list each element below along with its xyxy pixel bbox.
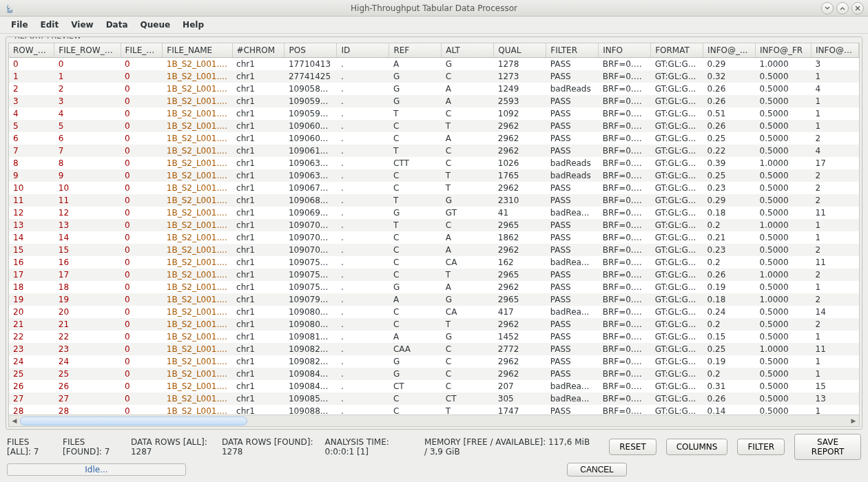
table-row[interactable]: 141401B_S2_L001....chr1109070....CA1862P… xyxy=(9,231,859,244)
table-row[interactable]: 7701B_S2_L001....chr1109061....TC2962PAS… xyxy=(9,145,859,157)
cell: C xyxy=(442,107,494,120)
column-header[interactable]: #CHROM xyxy=(232,43,285,58)
cell: BRF=0.2... xyxy=(599,306,651,318)
table-row[interactable]: 121201B_S2_L001....chr1109069....GGT41ba… xyxy=(9,207,859,219)
cell: 0.5000 xyxy=(756,145,812,157)
table-row[interactable]: 202001B_S2_L001....chr1109080....CCA417b… xyxy=(9,306,859,318)
cell: 17710413 xyxy=(285,58,337,71)
cell: 23 xyxy=(54,343,121,355)
column-header[interactable]: QUAL xyxy=(494,43,546,58)
table-scroll-vertical[interactable]: ROW_NOFILE_ROW_NOFILE_NOFILE_NAME#CHROMP… xyxy=(9,43,859,415)
table-row[interactable]: 161601B_S2_L001....chr1109075....CCA162b… xyxy=(9,256,859,269)
cell: chr1 xyxy=(232,58,285,71)
save-report-button[interactable]: SAVE REPORT xyxy=(794,434,861,460)
table-row[interactable]: 6601B_S2_L001....chr1109060....CA2962PAS… xyxy=(9,132,859,145)
table-row[interactable]: 1101B_S2_L001....chr127741425.GC1273PASS… xyxy=(9,70,859,83)
cell: 0.22 xyxy=(703,145,756,157)
cell: G xyxy=(442,331,494,343)
table-row[interactable]: 3301B_S2_L001....chr1109059....GA2593PAS… xyxy=(9,95,859,107)
column-header[interactable]: POS xyxy=(285,43,337,58)
column-header[interactable]: INFO xyxy=(599,43,651,58)
cell: PASS xyxy=(546,331,599,343)
cell: 1B_S2_L001.... xyxy=(163,256,232,269)
cell: G xyxy=(389,368,442,380)
cell: BRF=0.2... xyxy=(599,132,651,145)
column-header[interactable]: ALT xyxy=(442,43,494,58)
column-header[interactable]: INFO@_HP xyxy=(812,43,859,58)
cell: CA xyxy=(442,256,494,269)
cell: badReads xyxy=(546,83,599,95)
columns-button[interactable]: COLUMNS xyxy=(666,439,728,455)
horizontal-scrollbar[interactable]: ◀ ▶ xyxy=(9,415,859,426)
cell: A xyxy=(389,293,442,306)
table-row[interactable]: 191901B_S2_L001....chr1109079....AG2965P… xyxy=(9,293,859,306)
cell: 0.23 xyxy=(703,182,756,194)
table-row[interactable]: 151501B_S2_L001....chr1109070....CA2962P… xyxy=(9,244,859,256)
cancel-button[interactable]: CANCEL xyxy=(567,463,627,476)
cell: 2962 xyxy=(494,145,546,157)
cell: 0 xyxy=(121,70,163,83)
cell: chr1 xyxy=(232,219,285,231)
column-header[interactable]: REF xyxy=(389,43,442,58)
table-row[interactable]: 171701B_S2_L001....chr1109075....CT2965P… xyxy=(9,269,859,281)
cell: 0.5000 xyxy=(756,244,812,256)
column-header[interactable]: FORMAT xyxy=(651,43,703,58)
cell: 9 xyxy=(9,169,54,182)
menu-queue[interactable]: Queue xyxy=(135,18,176,32)
table-row[interactable]: 131301B_S2_L001....chr1109070....TC2965P… xyxy=(9,219,859,231)
minimize-button[interactable] xyxy=(821,2,834,14)
table-row[interactable]: 242401B_S2_L001....chr1109082....GC2962P… xyxy=(9,355,859,368)
table-row[interactable]: 212101B_S2_L001....chr1109080....CT2962P… xyxy=(9,318,859,331)
menu-data[interactable]: Data xyxy=(101,18,134,32)
table-row[interactable]: 282801B_S2_L001....chr1109088....CT1747P… xyxy=(9,405,859,415)
close-button[interactable] xyxy=(851,2,864,14)
table-row[interactable]: 262601B_S2_L001....chr1109084....CTC207b… xyxy=(9,380,859,392)
column-header[interactable]: ID xyxy=(337,43,389,58)
menu-file[interactable]: File xyxy=(6,18,34,32)
cell: BRF=0.2... xyxy=(599,368,651,380)
cell: PASS xyxy=(546,132,599,145)
scroll-right-arrow-icon[interactable]: ▶ xyxy=(848,416,859,426)
filter-button[interactable]: FILTER xyxy=(737,439,785,455)
menu-view[interactable]: View xyxy=(65,18,99,32)
column-header[interactable]: FILE_NAME xyxy=(163,43,232,58)
table-row[interactable]: 2201B_S2_L001....chr1109058....GA1249bad… xyxy=(9,83,859,95)
scrollbar-thumb[interactable] xyxy=(20,417,247,426)
cell: 109082... xyxy=(285,343,337,355)
table-row[interactable]: 5501B_S2_L001....chr1109060....CT2962PAS… xyxy=(9,120,859,132)
table-row[interactable]: 181801B_S2_L001....chr1109075....GA2962P… xyxy=(9,281,859,293)
scroll-left-arrow-icon[interactable]: ◀ xyxy=(9,416,20,426)
table-row[interactable]: 8801B_S2_L001....chr1109063....CTTC1026b… xyxy=(9,157,859,169)
cell: 1B_S2_L001.... xyxy=(163,95,232,107)
cell: A xyxy=(389,58,442,71)
cell: 0.5000 xyxy=(756,120,812,132)
cell: C xyxy=(442,157,494,169)
table-row[interactable]: 232301B_S2_L001....chr1109082....CAAC277… xyxy=(9,343,859,355)
cell: PASS xyxy=(546,318,599,331)
column-header[interactable]: FILTER xyxy=(546,43,599,58)
cell: 15 xyxy=(812,380,859,392)
table-row[interactable]: 4401B_S2_L001....chr1109059....TC1092PAS… xyxy=(9,107,859,120)
table-row[interactable]: 111101B_S2_L001....chr1109068....TG2310P… xyxy=(9,194,859,207)
menu-help[interactable]: Help xyxy=(177,18,209,32)
cell: 0.29 xyxy=(703,194,756,207)
table-row[interactable]: 0001B_S2_L001....chr117710413.AG1278PASS… xyxy=(9,58,859,71)
column-header[interactable]: FILE_NO xyxy=(121,43,163,58)
cell: 0 xyxy=(121,392,163,405)
table-row[interactable]: 272701B_S2_L001....chr1109085....CCT305b… xyxy=(9,392,859,405)
column-header[interactable]: INFO@_... xyxy=(703,43,756,58)
maximize-button[interactable] xyxy=(836,2,849,14)
cell: 20 xyxy=(9,306,54,318)
table-row[interactable]: 101001B_S2_L001....chr1109067....CT2962P… xyxy=(9,182,859,194)
column-header[interactable]: FILE_ROW_NO xyxy=(54,43,121,58)
cell: 16 xyxy=(9,256,54,269)
scrollbar-track[interactable] xyxy=(20,416,848,426)
column-header[interactable]: ROW_NO xyxy=(9,43,54,58)
reset-button[interactable]: RESET xyxy=(609,439,656,455)
table-row[interactable]: 252501B_S2_L001....chr1109084....GC2962P… xyxy=(9,368,859,380)
column-header[interactable]: INFO@_FR xyxy=(756,43,812,58)
table-row[interactable]: 9901B_S2_L001....chr1109063....CT1765bad… xyxy=(9,169,859,182)
table-row[interactable]: 222201B_S2_L001....chr1109081....AG1452P… xyxy=(9,331,859,343)
menu-edit[interactable]: Edit xyxy=(35,18,65,32)
cell: 1 xyxy=(812,107,859,120)
